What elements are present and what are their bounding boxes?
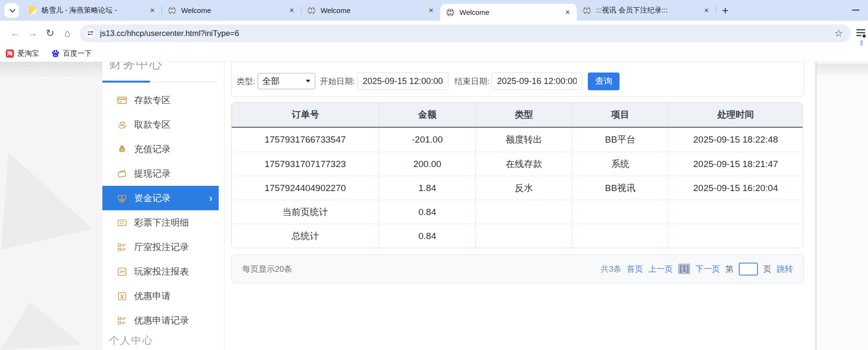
wallet-icon [117, 169, 127, 179]
close-icon[interactable]: × [563, 8, 572, 16]
chart-report-icon [117, 267, 127, 277]
tab-strip: 杨雪儿 - 海燕策略论坛 - × Welcome × Welcome × Wel… [0, 0, 868, 21]
order-id-cell: 1757924404902270 [232, 176, 379, 200]
close-icon[interactable]: × [287, 6, 296, 14]
jump-prefix-label: 第 [725, 264, 733, 275]
hand-money-icon [117, 120, 127, 130]
sidebar-item-promo-apply[interactable]: 优惠申请 [102, 284, 219, 308]
sidebar-item-label: 提现记录 [134, 168, 171, 180]
sidebar-item-withdrawal-records[interactable]: 提现记录 [102, 161, 219, 186]
page-container: 财务中心 存款专区 取款专区 ¥ 充值记录 [102, 62, 815, 350]
search-button[interactable]: 查询 [588, 72, 620, 90]
new-tab-button[interactable]: + [716, 5, 734, 16]
type-cell [475, 200, 572, 224]
sidebar-item-room-bet-records[interactable]: 厅室投注记录 [102, 235, 219, 259]
site-settings-icon[interactable] [86, 28, 95, 38]
pagination-bar: 每页显示20条 共3条 首页 上一页 [1] 下一页 第 页 跳转 [231, 254, 804, 283]
globe-icon [446, 8, 455, 17]
url-text[interactable]: js13.cc/hhcp/usercenter.html?iniType=6 [100, 29, 833, 38]
type-select-value: 全部 [262, 75, 306, 87]
background-triangle [0, 151, 94, 250]
jump-button[interactable]: 跳转 [777, 264, 793, 275]
tab-betting-record[interactable]: :::视讯 会员下注纪录::: × [577, 0, 716, 21]
type-cell: 在线存款 [475, 152, 572, 176]
order-id-cell: 1757931766733547 [232, 128, 379, 152]
amount-cell: 0.84 [379, 200, 475, 224]
amount-cell: 0.84 [379, 224, 475, 248]
list-icon [117, 218, 127, 228]
summary-label-cell: 当前页统计 [232, 200, 379, 224]
table-row: 1757931707177323 200.00 在线存款 系统 2025-09-… [232, 152, 803, 176]
current-page-indicator: [1] [678, 264, 690, 274]
reload-icon[interactable]: ↻ [41, 24, 59, 42]
window-minimize-button[interactable] [852, 10, 859, 11]
tab-welcome-2[interactable]: Welcome × [301, 0, 440, 21]
sidebar-item-label: 资金记录 [134, 192, 171, 205]
close-icon[interactable]: × [427, 6, 435, 14]
sidebar-item-promo-apply-records[interactable]: 优惠申请记录 [102, 308, 219, 333]
address-bar[interactable]: js13.cc/hhcp/usercenter.html?iniType=6 ☆ [80, 24, 851, 42]
type-cell: 反水 [475, 176, 572, 200]
tab-welcome-1[interactable]: Welcome × [162, 0, 301, 21]
table-row: 1757931766733547 -201.00 额度转出 BB平台 2025-… [232, 128, 803, 152]
amount-cell: 1.84 [379, 176, 475, 200]
forward-icon[interactable]: → [24, 24, 41, 42]
web-page: 财务中心 存款专区 取款专区 ¥ 充值记录 [0, 62, 868, 350]
sidebar-item-withdraw-zone[interactable]: 取款专区 [102, 112, 219, 137]
project-cell: BB视讯 [572, 176, 668, 200]
prev-page-link[interactable]: 上一页 [648, 264, 673, 275]
start-date-label: 开始日期: [320, 76, 355, 87]
start-date-input[interactable] [357, 72, 448, 90]
first-page-link[interactable]: 首页 [627, 264, 643, 275]
browser-window: 杨雪儿 - 海燕策略论坛 - × Welcome × Welcome × Wel… [0, 0, 868, 350]
browser-toolbar: ← → ↻ ⌂ js13.cc/hhcp/usercenter.html?ini… [0, 21, 868, 46]
globe-icon [583, 6, 591, 15]
type-select[interactable]: 全部 [258, 73, 315, 89]
tab-forum[interactable]: 杨雪儿 - 海燕策略论坛 - × [23, 0, 161, 21]
table-header-row: 订单号 金额 类型 项目 处理时间 [232, 103, 803, 128]
column-header: 类型 [475, 103, 572, 127]
tab-title: Welcome [321, 6, 427, 14]
sidebar-item-deposit-zone[interactable]: 存款专区 [102, 88, 219, 112]
bookmark-star-icon[interactable]: ☆ [833, 27, 844, 39]
background-texture-band [817, 63, 868, 77]
column-header: 处理时间 [668, 103, 803, 127]
bookmarks-bar: 淘 爱淘宝 du 百度一下 [0, 46, 868, 62]
page-size-text: 每页显示20条 [242, 264, 292, 275]
coupon-icon [117, 291, 127, 301]
bookmark-label: 爱淘宝 [17, 49, 39, 58]
page-right-gutter [816, 62, 868, 350]
end-date-input[interactable] [492, 72, 582, 90]
close-icon[interactable]: × [148, 6, 157, 14]
reading-list-icon[interactable] [856, 28, 867, 38]
sidebar-item-label: 彩票下注明细 [134, 217, 189, 229]
home-icon[interactable]: ⌂ [59, 24, 76, 42]
tab-search-button[interactable] [4, 3, 19, 18]
main-content: 类型: 全部 开始日期: 结束日期: 查询 订单号 [224, 62, 815, 350]
sidebar-item-lottery-bet-details[interactable]: 彩票下注明细 [102, 210, 219, 235]
banknotes-icon [117, 193, 127, 203]
summary-label-cell: 总统计 [232, 224, 379, 248]
page-jump-input[interactable] [739, 263, 758, 276]
section-title-finance-center: 财务中心 [109, 62, 163, 72]
project-cell: BB平台 [572, 128, 668, 152]
next-page-link[interactable]: 下一页 [695, 264, 720, 275]
tab-title: Welcome [181, 6, 287, 14]
bookmark-taobao[interactable]: 淘 爱淘宝 [6, 49, 39, 58]
section-title-personal-center: 个人中心 [109, 334, 153, 347]
sidebar-item-label: 存款专区 [134, 94, 171, 107]
tab-welcome-active[interactable]: Welcome × [440, 4, 577, 21]
column-header: 金额 [379, 103, 475, 127]
baidu-paw-icon: du [51, 49, 60, 58]
type-label: 类型: [236, 76, 255, 87]
sidebar-item-recharge-records[interactable]: ¥ 充值记录 [102, 137, 219, 161]
sidebar-item-player-bet-report[interactable]: 玩家投注报表 [102, 259, 219, 284]
end-date-label: 结束日期: [454, 76, 489, 87]
active-section-underline [102, 81, 150, 83]
bookmark-baidu[interactable]: du 百度一下 [51, 49, 92, 58]
close-icon[interactable]: × [702, 6, 711, 14]
back-icon[interactable]: ← [7, 24, 24, 42]
globe-icon [168, 6, 176, 15]
sidebar: 财务中心 存款专区 取款专区 ¥ 充值记录 [102, 62, 224, 350]
sidebar-item-funds-records[interactable]: 资金记录 › [102, 186, 219, 210]
